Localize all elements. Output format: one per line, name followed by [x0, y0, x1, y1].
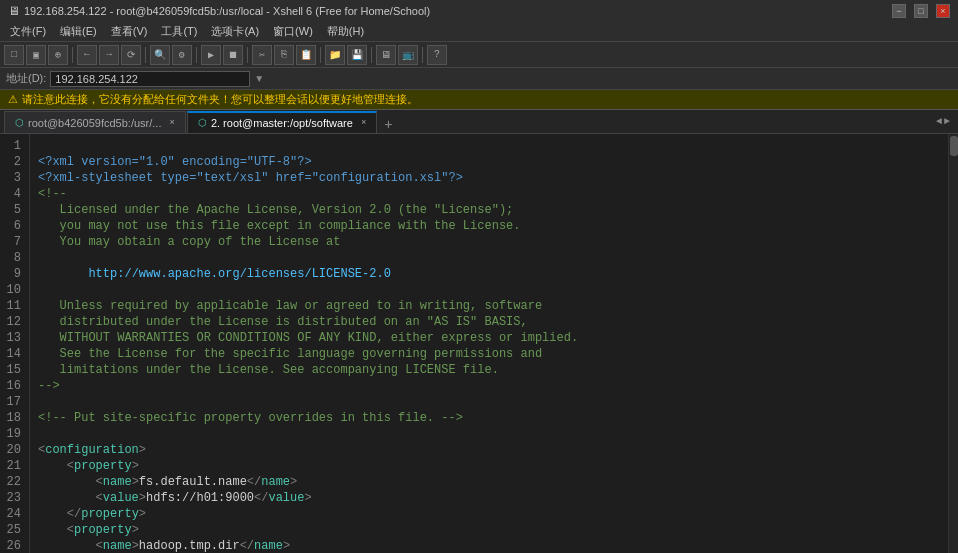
toolbar-fwd[interactable]: →: [99, 45, 119, 65]
toolbar-new[interactable]: □: [4, 45, 24, 65]
title-bar-controls[interactable]: − □ ×: [892, 4, 950, 18]
scrollbar-thumb[interactable]: [950, 136, 958, 156]
toolbar-help[interactable]: ?: [427, 45, 447, 65]
session-tab-2[interactable]: ⬡ 2. root@master:/opt/software ×: [187, 111, 377, 133]
close-button[interactable]: ×: [936, 4, 950, 18]
tab1-icon: ⬡: [15, 117, 24, 129]
address-bar: 地址(D): ▼: [0, 68, 958, 90]
tab1-label: root@b426059fcd5b:/usr/...: [28, 117, 161, 129]
toolbar-sep3: [196, 47, 197, 63]
editor-content[interactable]: <?xml version="1.0" encoding="UTF-8"?> <…: [30, 134, 948, 553]
tab-arrows: ◄ ►: [932, 109, 954, 133]
session-tab-1[interactable]: ⬡ root@b426059fcd5b:/usr/... ×: [4, 111, 186, 133]
toolbar-props[interactable]: ⊕: [48, 45, 68, 65]
toolbar-save[interactable]: 💾: [347, 45, 367, 65]
toolbar-screen[interactable]: 📺: [398, 45, 418, 65]
minimize-button[interactable]: −: [892, 4, 906, 18]
tab2-close[interactable]: ×: [361, 118, 366, 128]
menu-edit[interactable]: 编辑(E): [54, 22, 103, 41]
toolbar-sep4: [247, 47, 248, 63]
title-bar-left: 🖥 192.168.254.122 - root@b426059fcd5b:/u…: [8, 4, 430, 18]
toolbar-run[interactable]: ▶: [201, 45, 221, 65]
toolbar-stop[interactable]: ⏹: [223, 45, 243, 65]
toolbar-sep2: [145, 47, 146, 63]
toolbar-search[interactable]: 🔍: [150, 45, 170, 65]
toolbar-back[interactable]: ←: [77, 45, 97, 65]
toolbar: □ ▣ ⊕ ← → ⟳ 🔍 ⚙ ▶ ⏹ ✂ ⎘ 📋 📁 💾 🖥 📺 ?: [0, 42, 958, 68]
menu-tabs[interactable]: 选项卡(A): [205, 22, 265, 41]
toolbar-sep5: [320, 47, 321, 63]
editor-wrapper: 12345 678910 1112131415 1617181920 21222…: [0, 134, 958, 553]
menu-file[interactable]: 文件(F): [4, 22, 52, 41]
menu-window[interactable]: 窗口(W): [267, 22, 319, 41]
toolbar-folder[interactable]: 📁: [325, 45, 345, 65]
toolbar-sep6: [371, 47, 372, 63]
vertical-scrollbar[interactable]: [948, 134, 958, 553]
tab-arrow-left[interactable]: ◄: [936, 116, 942, 127]
toolbar-refresh[interactable]: ⟳: [121, 45, 141, 65]
maximize-button[interactable]: □: [914, 4, 928, 18]
toolbar-settings[interactable]: ⚙: [172, 45, 192, 65]
menu-tools[interactable]: 工具(T): [155, 22, 203, 41]
address-label: 地址(D):: [6, 71, 46, 86]
address-input[interactable]: [50, 71, 250, 87]
toolbar-cut[interactable]: ✂: [252, 45, 272, 65]
toolbar-copy[interactable]: ⎘: [274, 45, 294, 65]
warning-text: 请注意此连接，它没有分配给任何文件夹！您可以整理会话以便更好地管理连接。: [22, 92, 418, 107]
address-icon: ▼: [254, 73, 264, 84]
toolbar-open[interactable]: ▣: [26, 45, 46, 65]
tab1-close[interactable]: ×: [169, 118, 174, 128]
toolbar-sep7: [422, 47, 423, 63]
toolbar-sep1: [72, 47, 73, 63]
toolbar-paste[interactable]: 📋: [296, 45, 316, 65]
menu-bar: 文件(F) 编辑(E) 查看(V) 工具(T) 选项卡(A) 窗口(W) 帮助(…: [0, 22, 958, 42]
title-bar: 🖥 192.168.254.122 - root@b426059fcd5b:/u…: [0, 0, 958, 22]
warning-icon: ⚠: [8, 93, 18, 106]
line-numbers: 12345 678910 1112131415 1617181920 21222…: [0, 134, 30, 553]
menu-view[interactable]: 查看(V): [105, 22, 154, 41]
tab-arrow-right[interactable]: ►: [944, 116, 950, 127]
menu-help[interactable]: 帮助(H): [321, 22, 370, 41]
session-tab-bar: ⬡ root@b426059fcd5b:/usr/... × ⬡ 2. root…: [0, 110, 958, 134]
window-title: 192.168.254.122 - root@b426059fcd5b:/usr…: [24, 5, 430, 17]
session-warning-bar: ⚠ 请注意此连接，它没有分配给任何文件夹！您可以整理会话以便更好地管理连接。: [0, 90, 958, 110]
new-tab-btn[interactable]: +: [380, 117, 396, 133]
app-icon: 🖥: [8, 4, 20, 18]
tab2-label: 2. root@master:/opt/software: [211, 117, 353, 129]
tab2-icon: ⬡: [198, 117, 207, 129]
toolbar-monitor[interactable]: 🖥: [376, 45, 396, 65]
